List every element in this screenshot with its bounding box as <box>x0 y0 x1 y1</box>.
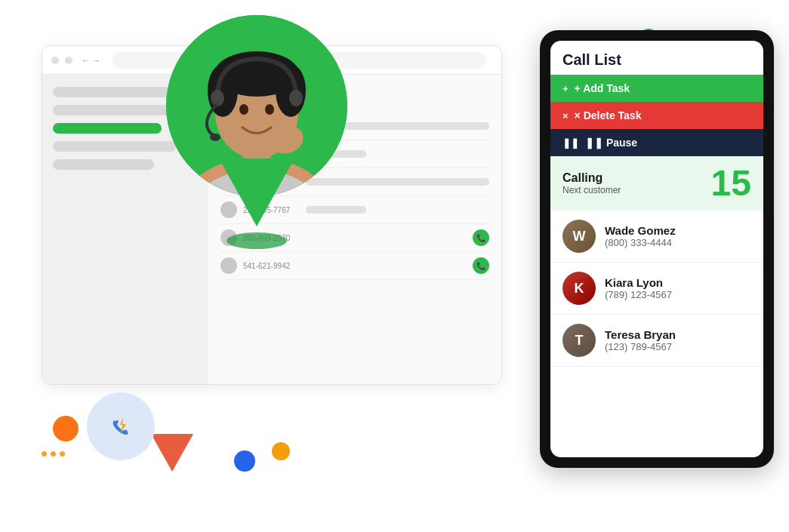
phone-lightning-circle <box>87 392 155 460</box>
teresa-phone: (123) 789-4567 <box>605 341 676 352</box>
phone-icon-green-2[interactable]: 📞 <box>473 257 489 274</box>
kiara-info: Kiara Lyon (789) 123-4567 <box>605 276 672 300</box>
avatar-kiara: K <box>562 272 596 305</box>
browser-arrows[interactable]: ← → <box>82 56 100 65</box>
dot-1 <box>42 451 47 457</box>
decorative-dots <box>42 451 65 457</box>
sidebar-bar-4 <box>53 159 154 170</box>
deco-triangle <box>151 434 193 472</box>
calling-section: Calling Next customer 15 <box>550 156 763 211</box>
call-list-header: Call List <box>550 41 763 75</box>
contact-kiara: K Kiara Lyon (789) 123-4567 <box>550 263 763 315</box>
contact-wade: W Wade Gomez (800) 333-4444 <box>550 211 763 263</box>
avatar-teresa-inner: T <box>562 324 596 357</box>
pin-tail <box>219 158 294 226</box>
avatar-teresa: T <box>562 324 596 357</box>
sidebar-bar-active <box>53 123 162 134</box>
avatar-wade: W <box>562 220 596 253</box>
kiara-name: Kiara Lyon <box>605 276 672 289</box>
tablet-screen: Call List + + Add Task × × Delete Task ❚… <box>550 41 763 457</box>
svg-point-11 <box>239 104 248 115</box>
svg-point-8 <box>211 90 224 106</box>
svg-point-12 <box>265 104 274 115</box>
calling-label: Calling <box>562 171 621 185</box>
delete-icon: × <box>562 110 569 121</box>
location-pin <box>151 15 362 272</box>
browser-btn-2 <box>65 57 72 64</box>
kiara-phone: (789) 123-4567 <box>605 289 672 300</box>
add-task-button[interactable]: + + Add Task <box>550 75 763 102</box>
dot-2 <box>51 451 56 457</box>
tablet: Call List + + Add Task × × Delete Task ❚… <box>540 30 774 468</box>
teresa-name: Teresa Bryan <box>605 328 676 341</box>
pin-wrapper <box>166 15 347 249</box>
avatar-wade-inner: W <box>562 220 596 253</box>
delete-task-button[interactable]: × × Delete Task <box>550 102 763 129</box>
pin-shadow <box>227 232 287 249</box>
avatar-kiara-inner: K <box>562 272 596 305</box>
add-icon: + <box>562 83 569 94</box>
teresa-info: Teresa Bryan (123) 789-4567 <box>605 328 676 352</box>
calling-number: 15 <box>711 165 751 201</box>
deco-orange-circle <box>53 416 79 441</box>
wade-name: Wade Gomez <box>605 224 676 237</box>
contact-teresa: T Teresa Bryan (123) 789-4567 <box>550 315 763 367</box>
calling-info: Calling Next customer <box>562 171 621 195</box>
browser-btn-1 <box>51 57 59 64</box>
phone-icon-green-1[interactable]: 📞 <box>473 229 489 246</box>
svg-point-14 <box>102 407 140 445</box>
pause-button[interactable]: ❚❚ ❚❚ Pause <box>550 129 763 156</box>
wade-phone: (800) 333-4444 <box>605 237 676 248</box>
deco-yellow-circle <box>272 442 290 460</box>
pause-icon: ❚❚ <box>562 137 579 149</box>
svg-point-9 <box>289 90 303 106</box>
wade-info: Wade Gomez (800) 333-4444 <box>605 224 676 248</box>
next-customer-label: Next customer <box>562 185 621 195</box>
phone-lightning-icon <box>102 407 140 445</box>
deco-blue-circle-bottom <box>234 451 255 472</box>
dot-3 <box>60 451 65 457</box>
svg-point-10 <box>210 134 220 141</box>
